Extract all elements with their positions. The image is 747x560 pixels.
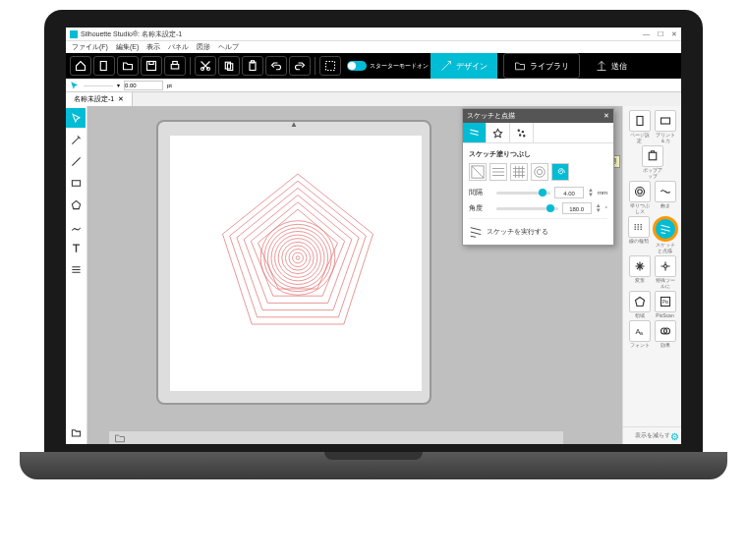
library-folder-button[interactable] [66,422,86,442]
effects-button[interactable] [655,320,676,342]
spacing-value[interactable]: 4.00 [554,187,584,198]
rectangle-tool[interactable] [66,173,86,193]
svg-rect-1 [147,62,156,71]
line-tool[interactable] [66,151,86,171]
close-button[interactable]: ✕ [671,30,677,38]
close-tab-icon[interactable]: ✕ [118,95,124,103]
svg-rect-26 [649,152,657,160]
svg-rect-0 [100,62,106,71]
home-button[interactable] [70,56,91,76]
menu-view[interactable]: 表示 [146,42,160,52]
svg-point-19 [282,242,314,273]
polygon-tool[interactable] [66,195,86,214]
open-button[interactable] [117,56,139,76]
new-button[interactable] [93,56,115,76]
toggle-label: スターターモードオン [370,62,429,71]
settings-tool[interactable] [66,259,86,279]
panel-tab-star[interactable] [487,123,510,142]
copy-button[interactable] [218,56,240,76]
svg-point-39 [524,135,525,136]
pixscan-button[interactable]: Pix [655,291,676,312]
window-title: Silhouette Studio®: 名称未設定-1 [81,29,182,39]
undo-button[interactable] [265,56,287,76]
svg-rect-4 [173,62,178,65]
fill-style-button[interactable] [629,181,651,202]
app-icon [70,30,78,38]
tab-design[interactable]: デザイン [431,53,497,79]
svg-point-41 [535,167,546,178]
menu-bar: ファイル(F) 編集(E) 表示 パネル 図形 ヘルプ [66,41,681,53]
svg-point-18 [278,239,317,278]
menu-shape[interactable]: 図形 [197,42,210,52]
edit-points-tool[interactable] [66,130,86,149]
select-tool[interactable] [66,108,86,128]
save-button[interactable] [141,56,162,76]
menu-panel[interactable]: パネル [168,42,189,52]
menu-file[interactable]: ファイル(F) [72,42,108,52]
paste-button[interactable] [242,56,263,76]
minimize-button[interactable]: — [643,30,650,38]
toggle-switch-icon [347,61,367,71]
sketch-stipple-button[interactable] [653,216,678,242]
panel-close-icon[interactable]: ✕ [603,112,609,120]
freehand-tool[interactable] [66,216,86,236]
stroke-width-input[interactable] [124,81,163,90]
fill-spiral[interactable] [551,163,569,181]
svg-rect-12 [72,180,80,186]
fill-section-title: スケッチ塗りつぶし [469,149,607,159]
svg-rect-24 [637,117,643,126]
page-setup-button[interactable] [629,110,651,132]
svg-point-13 [260,221,335,296]
mat-arrow-icon: ▲ [290,120,298,129]
popup-button[interactable] [642,145,663,167]
cut-button[interactable] [195,56,216,76]
cursor-icon [70,81,80,90]
gear-icon[interactable]: ⚙ [670,431,679,442]
document-tab[interactable]: 名称未設定-1 ✕ [66,92,133,106]
svg-rect-25 [661,118,669,124]
maximize-button[interactable]: ☐ [658,30,663,38]
stroke-button[interactable] [655,181,676,202]
fill-crosshatch[interactable] [510,163,528,181]
mat-outline: ▲ [156,120,431,405]
svg-point-27 [635,188,644,196]
angle-value[interactable]: 180.0 [562,202,592,214]
print-button[interactable] [164,56,186,76]
folder-icon[interactable] [113,432,127,444]
stroke-unit: pt [167,83,172,88]
fill-none[interactable] [469,163,487,181]
execute-sketch-button[interactable]: スケッチを実行する [487,227,548,237]
svg-point-16 [271,232,324,285]
panel-tab-sketch[interactable] [463,123,487,142]
main-toolbar: スターターモードオン デザイン ライブラリ 送信 [66,53,681,79]
line-style-button[interactable] [628,216,650,238]
menu-help[interactable]: ヘルプ [218,42,239,52]
sketch-panel: スケッチと点描 ✕ スケッチ塗りつぶし 間隔 4.00 ▲▼ mm 角度 180… [462,108,614,246]
pentagon-spiral-shape[interactable] [209,165,386,342]
laptop-base [20,452,727,479]
spacing-slider[interactable] [496,192,550,195]
svg-point-15 [267,228,327,288]
text-tool[interactable] [66,238,86,257]
starter-mode-toggle[interactable]: スターターモードオン [347,61,429,71]
document-tabs: 名称未設定-1 ✕ [66,92,681,106]
redo-button[interactable] [289,56,311,76]
select-mode-button[interactable] [319,56,341,76]
print-cut-button[interactable] [655,110,676,132]
svg-point-38 [519,134,520,135]
menu-edit[interactable]: 編集(E) [116,42,139,52]
svg-point-42 [537,169,542,174]
tab-send[interactable]: 送信 [586,53,637,79]
svg-rect-3 [171,65,179,70]
font-button[interactable]: Aa [629,320,651,342]
fill-concentric[interactable] [531,163,548,181]
svg-rect-2 [149,62,154,65]
tab-library[interactable]: ライブラリ [503,53,580,79]
svg-rect-11 [326,62,335,71]
fill-lines[interactable] [489,163,507,181]
transform-button[interactable] [629,255,651,277]
region-button[interactable] [629,291,651,312]
panel-tab-stipple[interactable] [510,123,534,142]
angle-slider[interactable] [496,207,558,210]
special-tools-button[interactable] [655,255,676,277]
